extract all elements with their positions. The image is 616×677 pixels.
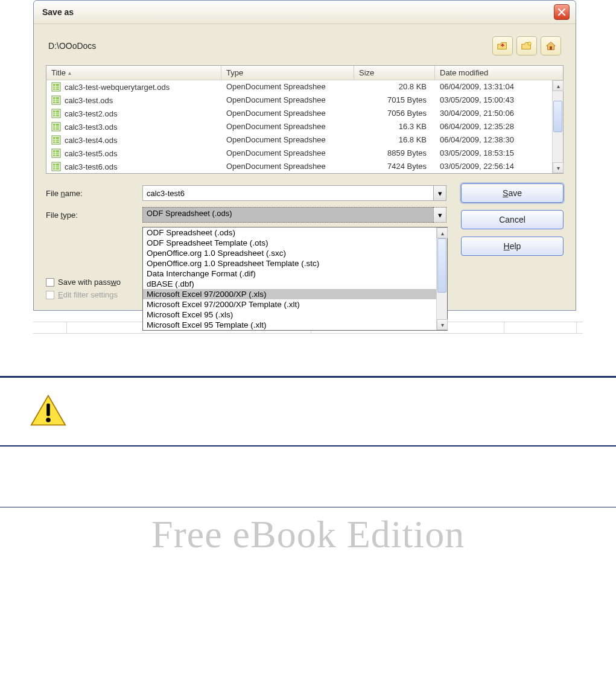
save-button[interactable]: Save bbox=[461, 183, 564, 203]
file-name: calc3-test5.ods bbox=[65, 149, 117, 158]
divider bbox=[0, 507, 616, 507]
watermark-text: Free eBook Edition bbox=[0, 512, 616, 557]
svg-rect-15 bbox=[53, 110, 59, 116]
column-title[interactable]: Title ▴ bbox=[46, 66, 221, 80]
filetype-option[interactable]: OpenOffice.org 1.0 Spreadsheet Template … bbox=[143, 258, 447, 269]
svg-rect-3 bbox=[550, 46, 552, 49]
file-type: OpenDocument Spreadshee bbox=[221, 95, 354, 105]
up-folder-button[interactable] bbox=[492, 36, 513, 56]
new-folder-button[interactable] bbox=[516, 36, 537, 56]
filetype-dropdown-button[interactable]: ▾ bbox=[433, 207, 446, 223]
filetype-option[interactable]: Microsoft Excel 95 Template (.xlt) bbox=[143, 320, 447, 330]
filetype-option[interactable]: Microsoft Excel 97/2000/XP Template (.xl… bbox=[143, 299, 447, 310]
filetype-selected: ODF Spreadsheet (.ods) bbox=[142, 207, 433, 223]
spreadsheet-file-icon bbox=[51, 95, 61, 105]
file-size: 16.3 KB bbox=[354, 122, 435, 132]
file-row[interactable]: calc3-test5.odsOpenDocument Spreadshee88… bbox=[46, 147, 563, 160]
file-row[interactable]: calc3-test-webquerytarget.odsOpenDocumen… bbox=[46, 80, 563, 94]
chevron-down-icon: ▾ bbox=[438, 211, 442, 220]
close-button[interactable] bbox=[554, 4, 570, 20]
file-list: Title ▴ Type Size Date modified calc3-te… bbox=[46, 65, 564, 174]
filetype-option[interactable]: ODF Spreadsheet (.ods) bbox=[143, 227, 447, 238]
filetype-option[interactable]: Microsoft Excel 97/2000/XP (.xls) bbox=[143, 289, 447, 299]
caution-icon bbox=[30, 393, 66, 427]
file-type: OpenDocument Spreadshee bbox=[221, 109, 354, 118]
file-row[interactable]: calc3-test6.odsOpenDocument Spreadshee74… bbox=[46, 160, 563, 173]
edit-filter-checkbox bbox=[46, 291, 54, 299]
file-size: 7015 Bytes bbox=[354, 95, 435, 105]
spreadsheet-file-icon bbox=[51, 135, 61, 145]
column-type[interactable]: Type bbox=[221, 66, 354, 80]
spreadsheet-file-icon bbox=[51, 162, 61, 171]
spreadsheet-file-icon bbox=[51, 109, 61, 118]
file-name: calc3-test2.ods bbox=[65, 109, 117, 118]
filetype-option[interactable]: dBASE (.dbf) bbox=[143, 279, 447, 289]
dropdown-scrollbar[interactable]: ▴ ▾ bbox=[436, 227, 447, 330]
column-date[interactable]: Date modified bbox=[435, 66, 563, 80]
file-name: calc3-test.ods bbox=[65, 96, 113, 105]
filetype-label: File type: bbox=[46, 211, 142, 220]
scroll-up-icon[interactable]: ▴ bbox=[553, 80, 564, 91]
filetype-dropdown-list: ODF Spreadsheet (.ods)ODF Spreadsheet Te… bbox=[142, 227, 448, 331]
divider bbox=[0, 445, 616, 447]
save-as-dialog: Save as D:\OOoDocs bbox=[33, 0, 576, 311]
caution-row bbox=[0, 390, 616, 431]
folder-up-icon bbox=[497, 40, 509, 51]
file-date: 30/04/2009, 21:50:06 bbox=[435, 109, 563, 118]
filename-combo[interactable]: ▾ bbox=[142, 185, 446, 201]
spreadsheet-file-icon bbox=[51, 122, 61, 132]
cancel-button[interactable]: Cancel bbox=[461, 210, 564, 229]
file-date: 03/05/2009, 18:53:15 bbox=[435, 148, 563, 158]
file-size: 16.8 KB bbox=[354, 135, 435, 145]
svg-rect-35 bbox=[53, 164, 59, 170]
filetype-option[interactable]: ODF Spreadsheet Template (.ots) bbox=[143, 238, 447, 248]
scroll-thumb[interactable] bbox=[553, 101, 562, 132]
file-date: 06/04/2009, 13:31:04 bbox=[435, 82, 563, 92]
filename-label: File name: bbox=[46, 189, 142, 198]
file-date: 06/04/2009, 12:35:28 bbox=[435, 122, 563, 132]
scroll-down-icon[interactable]: ▾ bbox=[553, 162, 564, 173]
filetype-option[interactable]: Microsoft Excel 95 (.xls) bbox=[143, 310, 447, 320]
file-row[interactable]: calc3-test3.odsOpenDocument Spreadshee16… bbox=[46, 120, 563, 133]
sort-asc-icon: ▴ bbox=[68, 69, 71, 76]
file-list-header: Title ▴ Type Size Date modified bbox=[46, 66, 563, 80]
file-type: OpenDocument Spreadshee bbox=[221, 122, 354, 132]
filename-dropdown-button[interactable]: ▾ bbox=[433, 185, 446, 201]
filetype-combo[interactable]: ODF Spreadsheet (.ods) ▾ bbox=[142, 207, 446, 223]
filetype-option[interactable]: Data Interchange Format (.dif) bbox=[143, 269, 447, 279]
dialog-title: Save as bbox=[42, 7, 74, 17]
save-with-password-checkbox[interactable] bbox=[46, 278, 54, 287]
file-row[interactable]: calc3-test.odsOpenDocument Spreadshee701… bbox=[46, 94, 563, 107]
svg-rect-30 bbox=[53, 150, 59, 156]
file-size: 7424 Bytes bbox=[354, 162, 435, 171]
scroll-thumb[interactable] bbox=[437, 238, 446, 293]
file-type: OpenDocument Spreadshee bbox=[221, 148, 354, 158]
file-date: 06/04/2009, 12:38:30 bbox=[435, 135, 563, 145]
filename-input[interactable] bbox=[142, 185, 433, 201]
file-date: 03/05/2009, 22:56:14 bbox=[435, 162, 563, 171]
edit-filter-label: Edit filter settings bbox=[58, 290, 118, 299]
file-list-scrollbar[interactable]: ▴ ▾ bbox=[552, 80, 563, 173]
scroll-down-icon[interactable]: ▾ bbox=[437, 319, 448, 330]
svg-rect-40 bbox=[46, 404, 50, 416]
svg-rect-20 bbox=[53, 124, 59, 130]
scroll-up-icon[interactable]: ▴ bbox=[437, 227, 448, 238]
titlebar: Save as bbox=[34, 1, 576, 24]
file-type: OpenDocument Spreadshee bbox=[221, 162, 354, 171]
file-size: 8859 Bytes bbox=[354, 148, 435, 158]
home-button[interactable] bbox=[541, 36, 561, 56]
filetype-option[interactable]: OpenOffice.org 1.0 Spreadsheet (.sxc) bbox=[143, 248, 447, 258]
svg-rect-25 bbox=[53, 137, 59, 143]
svg-rect-5 bbox=[53, 84, 59, 90]
column-size[interactable]: Size bbox=[354, 66, 435, 80]
svg-point-41 bbox=[46, 418, 51, 422]
file-row[interactable]: calc3-test4.odsOpenDocument Spreadshee16… bbox=[46, 133, 563, 147]
home-icon bbox=[545, 40, 557, 51]
file-name: calc3-test3.ods bbox=[65, 122, 117, 132]
file-name: calc3-test6.ods bbox=[65, 162, 117, 171]
spreadsheet-file-icon bbox=[51, 148, 61, 158]
file-row[interactable]: calc3-test2.odsOpenDocument Spreadshee70… bbox=[46, 107, 563, 120]
file-size: 7056 Bytes bbox=[354, 109, 435, 118]
spreadsheet-file-icon bbox=[51, 82, 61, 92]
help-button[interactable]: Help bbox=[461, 237, 564, 256]
